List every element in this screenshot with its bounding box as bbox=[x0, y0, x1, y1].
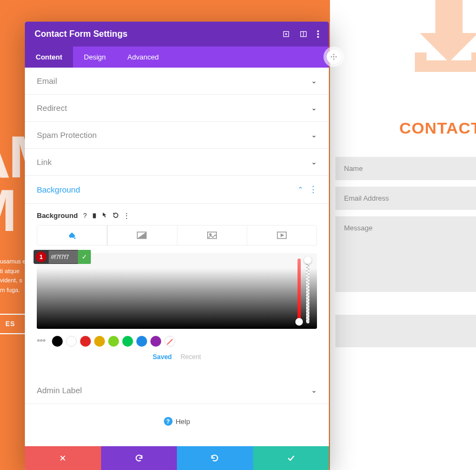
section-label: Background bbox=[37, 185, 80, 194]
bg-tab-gradient[interactable] bbox=[107, 226, 177, 245]
color-swatches: ••• bbox=[37, 335, 317, 347]
hue-slider[interactable] bbox=[298, 259, 301, 323]
svg-point-3 bbox=[286, 34, 287, 35]
background-panel: Background ? ⋮ 1 ✓ bbox=[25, 204, 329, 377]
contact-title: CONTACT U bbox=[395, 119, 476, 137]
more-icon[interactable] bbox=[317, 30, 319, 38]
hero-button[interactable]: ES bbox=[0, 314, 26, 334]
expand-icon[interactable] bbox=[282, 30, 290, 38]
modal-footer bbox=[25, 446, 329, 470]
save-button[interactable] bbox=[253, 446, 329, 470]
section-admin-label[interactable]: Admin Label ⌄ bbox=[25, 377, 329, 404]
svg-point-22 bbox=[333, 56, 334, 57]
svg-marker-21 bbox=[336, 56, 337, 58]
section-label: Link bbox=[37, 157, 52, 167]
hue-handle[interactable] bbox=[295, 318, 303, 326]
svg-point-13 bbox=[209, 234, 211, 235]
swatch-white[interactable] bbox=[66, 336, 77, 347]
swatch-black[interactable] bbox=[52, 336, 63, 347]
swatch-lime[interactable] bbox=[108, 336, 119, 347]
bg-tab-image[interactable] bbox=[177, 226, 247, 245]
more-icon[interactable]: ⋮ bbox=[123, 212, 130, 220]
svg-rect-9 bbox=[92, 213, 96, 218]
drag-handle-icon[interactable] bbox=[327, 50, 341, 64]
chevron-down-icon: ⌄ bbox=[311, 131, 317, 139]
extra-field[interactable] bbox=[335, 315, 476, 347]
undo-button[interactable] bbox=[101, 446, 177, 470]
download-icon bbox=[400, 0, 476, 92]
section-label: Email bbox=[37, 76, 57, 85]
alpha-slider[interactable] bbox=[306, 259, 309, 323]
hex-confirm-button[interactable]: ✓ bbox=[78, 250, 91, 264]
background-sublabel: Background bbox=[37, 211, 78, 220]
modal-title: Contact Form Settings bbox=[35, 29, 128, 39]
svg-marker-11 bbox=[137, 232, 147, 239]
settings-modal: Contact Form Settings Content Design Adv… bbox=[25, 22, 329, 470]
panel-icon[interactable] bbox=[300, 30, 307, 38]
section-label: Redirect bbox=[37, 103, 67, 112]
help-link[interactable]: ? Help bbox=[25, 404, 329, 446]
cancel-button[interactable] bbox=[25, 446, 101, 470]
header-controls bbox=[282, 30, 319, 38]
swatch-none[interactable] bbox=[164, 336, 175, 347]
saved-tab[interactable]: Saved bbox=[153, 353, 171, 361]
swatch-green[interactable] bbox=[122, 336, 133, 347]
help-icon: ? bbox=[164, 417, 173, 426]
svg-marker-18 bbox=[333, 54, 335, 55]
svg-marker-20 bbox=[330, 56, 332, 58]
reset-icon[interactable] bbox=[113, 212, 119, 220]
modal-body: Email ⌄ Redirect ⌄ Spam Protection ⌄ Lin… bbox=[25, 68, 329, 446]
section-options-icon[interactable]: ⋮ bbox=[309, 184, 317, 195]
section-link[interactable]: Link ⌄ bbox=[25, 149, 329, 176]
tab-design[interactable]: Design bbox=[73, 47, 116, 68]
chevron-up-icon: ⌃ bbox=[298, 186, 303, 194]
svg-rect-0 bbox=[435, 0, 462, 33]
svg-point-6 bbox=[317, 30, 319, 32]
hex-input[interactable] bbox=[49, 250, 78, 263]
tab-advanced[interactable]: Advanced bbox=[117, 47, 170, 68]
section-label: Spam Protection bbox=[37, 130, 97, 140]
help-label: Help bbox=[176, 418, 190, 426]
email-field[interactable]: Email Address bbox=[335, 187, 476, 210]
redo-button[interactable] bbox=[177, 446, 253, 470]
swatch-red[interactable] bbox=[80, 336, 91, 347]
tablet-icon[interactable] bbox=[91, 212, 97, 220]
modal-header: Contact Form Settings bbox=[25, 22, 329, 47]
section-label: Admin Label bbox=[37, 386, 82, 395]
saturation-brightness-field[interactable] bbox=[37, 253, 317, 329]
svg-point-8 bbox=[317, 36, 319, 38]
svg-rect-2 bbox=[283, 31, 288, 36]
tab-content[interactable]: Content bbox=[25, 47, 73, 68]
chevron-down-icon: ⌄ bbox=[311, 386, 317, 394]
svg-marker-19 bbox=[333, 59, 335, 60]
swatch-filter: Saved Recent bbox=[37, 353, 317, 361]
hex-input-pill: 1 ✓ bbox=[34, 250, 91, 264]
section-email[interactable]: Email ⌄ bbox=[25, 68, 329, 95]
name-field[interactable]: Name bbox=[335, 157, 476, 180]
modal-tabs: Content Design Advanced bbox=[25, 47, 329, 68]
swatch-purple[interactable] bbox=[150, 336, 161, 347]
swatch-amber[interactable] bbox=[94, 336, 105, 347]
background-type-tabs bbox=[37, 225, 317, 246]
bg-tab-color[interactable] bbox=[37, 226, 107, 245]
message-field[interactable]: Message bbox=[335, 216, 476, 292]
hover-icon[interactable] bbox=[102, 212, 108, 220]
chevron-down-icon: ⌄ bbox=[311, 77, 317, 85]
recent-tab[interactable]: Recent bbox=[181, 353, 201, 361]
alpha-handle[interactable] bbox=[304, 256, 312, 264]
color-picker: 1 ✓ ••• bbox=[37, 253, 317, 361]
svg-marker-15 bbox=[281, 234, 283, 237]
swatch-blue[interactable] bbox=[136, 336, 147, 347]
contact-form: Name Email Address Message bbox=[335, 157, 476, 354]
svg-marker-1 bbox=[420, 33, 476, 62]
step-badge: 1 bbox=[36, 251, 47, 262]
section-redirect[interactable]: Redirect ⌄ bbox=[25, 95, 329, 122]
contact-pane: CONTACT U Name Email Address Message bbox=[330, 0, 476, 470]
swatch-more-icon[interactable]: ••• bbox=[37, 335, 49, 347]
section-spam[interactable]: Spam Protection ⌄ bbox=[25, 122, 329, 149]
chevron-down-icon: ⌄ bbox=[311, 104, 317, 112]
svg-point-7 bbox=[317, 33, 319, 35]
section-background[interactable]: Background ⌃ ⋮ bbox=[25, 176, 329, 204]
help-icon[interactable]: ? bbox=[83, 212, 87, 220]
bg-tab-video[interactable] bbox=[247, 226, 316, 245]
